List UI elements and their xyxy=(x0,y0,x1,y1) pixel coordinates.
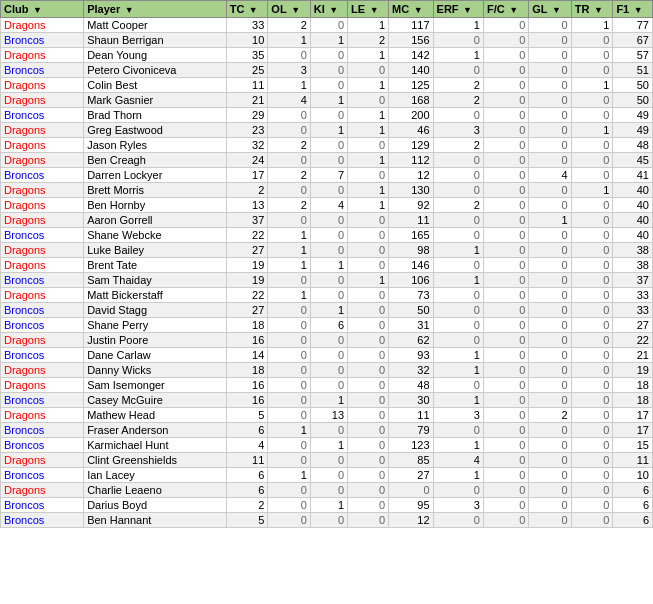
cell-ol: 1 xyxy=(268,243,310,258)
cell-gl: 0 xyxy=(529,333,571,348)
cell-ol: 2 xyxy=(268,198,310,213)
cell-fc: 0 xyxy=(483,243,528,258)
cell-club: Dragons xyxy=(1,378,84,393)
column-header-ol[interactable]: OL ▼ xyxy=(268,1,310,18)
cell-f1: 21 xyxy=(613,348,653,363)
cell-gl: 0 xyxy=(529,348,571,363)
cell-club: Dragons xyxy=(1,153,84,168)
cell-player: Aaron Gorrell xyxy=(84,213,227,228)
column-header-f1[interactable]: F1 ▼ xyxy=(613,1,653,18)
table-row: BroncosKarmichael Hunt4010123100015 xyxy=(1,438,653,453)
cell-ki: 0 xyxy=(310,48,347,63)
cell-le: 0 xyxy=(348,423,389,438)
cell-ol: 1 xyxy=(268,423,310,438)
table-row: DragonsMark Gasnier21410168200050 xyxy=(1,93,653,108)
cell-ol: 0 xyxy=(268,303,310,318)
cell-le: 1 xyxy=(348,48,389,63)
cell-tc: 22 xyxy=(226,228,268,243)
cell-player: Colin Best xyxy=(84,78,227,93)
cell-erf: 1 xyxy=(433,363,483,378)
column-header-ki[interactable]: KI ▼ xyxy=(310,1,347,18)
column-header-player[interactable]: Player ▼ xyxy=(84,1,227,18)
cell-gl: 0 xyxy=(529,258,571,273)
cell-tc: 16 xyxy=(226,393,268,408)
cell-tr: 0 xyxy=(571,213,613,228)
cell-mc: 125 xyxy=(389,78,434,93)
cell-club: Broncos xyxy=(1,318,84,333)
cell-ol: 0 xyxy=(268,453,310,468)
cell-le: 1 xyxy=(348,18,389,33)
cell-club: Dragons xyxy=(1,18,84,33)
cell-le: 0 xyxy=(348,243,389,258)
cell-erf: 4 xyxy=(433,453,483,468)
column-header-club[interactable]: Club ▼ xyxy=(1,1,84,18)
cell-player: Ben Hornby xyxy=(84,198,227,213)
cell-ol: 0 xyxy=(268,108,310,123)
column-header-fc[interactable]: F/C ▼ xyxy=(483,1,528,18)
cell-fc: 0 xyxy=(483,273,528,288)
cell-ki: 0 xyxy=(310,228,347,243)
cell-tr: 0 xyxy=(571,468,613,483)
cell-gl: 0 xyxy=(529,318,571,333)
cell-gl: 0 xyxy=(529,378,571,393)
cell-tr: 0 xyxy=(571,33,613,48)
cell-f1: 40 xyxy=(613,183,653,198)
cell-f1: 38 xyxy=(613,258,653,273)
cell-ki: 1 xyxy=(310,393,347,408)
cell-ol: 0 xyxy=(268,123,310,138)
cell-fc: 0 xyxy=(483,438,528,453)
column-header-gl[interactable]: GL ▼ xyxy=(529,1,571,18)
cell-player: Danny Wicks xyxy=(84,363,227,378)
cell-le: 0 xyxy=(348,228,389,243)
cell-fc: 0 xyxy=(483,213,528,228)
cell-mc: 0 xyxy=(389,483,434,498)
cell-ol: 1 xyxy=(268,33,310,48)
cell-ki: 13 xyxy=(310,408,347,423)
cell-le: 0 xyxy=(348,453,389,468)
cell-mc: 98 xyxy=(389,243,434,258)
cell-tc: 21 xyxy=(226,93,268,108)
cell-f1: 18 xyxy=(613,393,653,408)
column-header-tc[interactable]: TC ▼ xyxy=(226,1,268,18)
cell-club: Broncos xyxy=(1,438,84,453)
cell-tr: 1 xyxy=(571,78,613,93)
cell-fc: 0 xyxy=(483,33,528,48)
cell-club: Dragons xyxy=(1,333,84,348)
cell-tc: 32 xyxy=(226,138,268,153)
column-header-mc[interactable]: MC ▼ xyxy=(389,1,434,18)
cell-le: 0 xyxy=(348,303,389,318)
table-row: DragonsDanny Wicks1800032100019 xyxy=(1,363,653,378)
cell-f1: 18 xyxy=(613,378,653,393)
cell-gl: 4 xyxy=(529,168,571,183)
cell-mc: 93 xyxy=(389,348,434,363)
cell-f1: 40 xyxy=(613,213,653,228)
cell-player: Darren Lockyer xyxy=(84,168,227,183)
cell-player: Shane Webcke xyxy=(84,228,227,243)
column-header-le[interactable]: LE ▼ xyxy=(348,1,389,18)
column-header-tr[interactable]: TR ▼ xyxy=(571,1,613,18)
cell-player: Jason Ryles xyxy=(84,138,227,153)
cell-gl: 0 xyxy=(529,363,571,378)
cell-le: 1 xyxy=(348,78,389,93)
cell-ki: 1 xyxy=(310,123,347,138)
cell-tr: 0 xyxy=(571,93,613,108)
cell-erf: 0 xyxy=(433,333,483,348)
cell-gl: 0 xyxy=(529,303,571,318)
cell-fc: 0 xyxy=(483,18,528,33)
cell-tr: 0 xyxy=(571,303,613,318)
column-header-erf[interactable]: ERF ▼ xyxy=(433,1,483,18)
cell-fc: 0 xyxy=(483,453,528,468)
cell-ki: 0 xyxy=(310,378,347,393)
cell-gl: 2 xyxy=(529,408,571,423)
cell-player: Dane Carlaw xyxy=(84,348,227,363)
cell-erf: 1 xyxy=(433,348,483,363)
cell-player: Darius Boyd xyxy=(84,498,227,513)
cell-ol: 2 xyxy=(268,168,310,183)
cell-ol: 0 xyxy=(268,318,310,333)
cell-ki: 0 xyxy=(310,213,347,228)
table-row: BroncosShane Perry1806031000027 xyxy=(1,318,653,333)
cell-player: Shane Perry xyxy=(84,318,227,333)
cell-tr: 0 xyxy=(571,513,613,528)
cell-ol: 0 xyxy=(268,333,310,348)
cell-player: Ben Hannant xyxy=(84,513,227,528)
